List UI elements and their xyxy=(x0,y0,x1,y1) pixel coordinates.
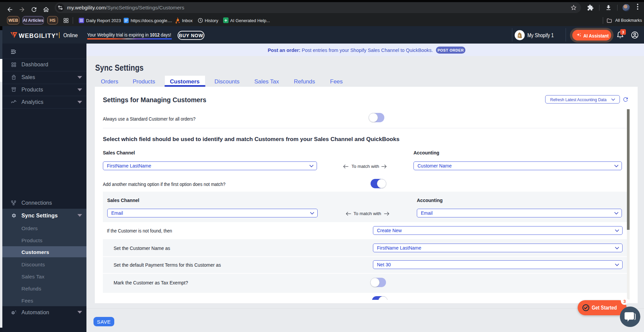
svg-text:S: S xyxy=(518,34,520,37)
